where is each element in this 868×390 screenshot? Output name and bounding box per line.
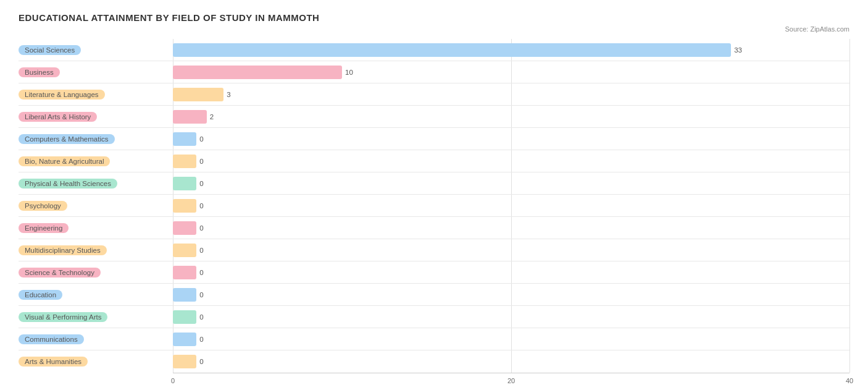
bar bbox=[173, 199, 196, 213]
bar-row: Science & Technology0 bbox=[19, 261, 849, 284]
bar-row: Physical & Health Sciences0 bbox=[19, 172, 849, 195]
bar-label: Visual & Performing Arts bbox=[19, 312, 173, 322]
bar-row: Business10 bbox=[19, 61, 849, 83]
bar-row: Multidisciplinary Studies0 bbox=[19, 239, 849, 261]
bar-row: Engineering0 bbox=[19, 217, 849, 239]
bar-container: 0 bbox=[173, 261, 849, 283]
bar bbox=[173, 155, 196, 168]
bar-label: Physical & Health Sciences bbox=[19, 179, 173, 189]
bar-label: Social Sciences bbox=[19, 45, 173, 55]
bar-value: 2 bbox=[210, 113, 214, 121]
bar-label: Science & Technology bbox=[19, 268, 173, 278]
label-pill: Social Sciences bbox=[19, 45, 81, 55]
label-pill: Bio, Nature & Agricultural bbox=[19, 156, 110, 166]
bar-label: Arts & Humanities bbox=[19, 357, 173, 367]
bar bbox=[173, 43, 731, 57]
bar-container: 0 bbox=[173, 128, 849, 150]
bar-label: Communications bbox=[19, 334, 173, 344]
bar bbox=[173, 110, 207, 124]
bar-row: Literature & Languages3 bbox=[19, 83, 849, 106]
bar bbox=[173, 266, 196, 279]
bar-container: 0 bbox=[173, 150, 849, 172]
label-pill: Literature & Languages bbox=[19, 90, 105, 100]
bar-value: 0 bbox=[199, 202, 203, 210]
bar-container: 0 bbox=[173, 350, 849, 373]
bar-label: Multidisciplinary Studies bbox=[19, 245, 173, 255]
bar-container: 33 bbox=[173, 39, 849, 61]
bar-container: 0 bbox=[173, 239, 849, 261]
label-pill: Science & Technology bbox=[19, 268, 101, 278]
bar-row: Arts & Humanities0 bbox=[19, 350, 849, 373]
label-pill: Computers & Mathematics bbox=[19, 134, 115, 144]
bar-label: Literature & Languages bbox=[19, 90, 173, 100]
bar-value: 0 bbox=[199, 358, 203, 365]
bar bbox=[173, 244, 196, 257]
bar-value: 0 bbox=[199, 336, 203, 343]
bar-label: Liberal Arts & History bbox=[19, 112, 173, 122]
bar-value: 0 bbox=[199, 158, 203, 165]
bar-value: 3 bbox=[227, 91, 230, 98]
label-pill: Business bbox=[19, 67, 60, 77]
bar-value: 0 bbox=[199, 247, 203, 254]
bar-container: 0 bbox=[173, 328, 849, 350]
chart-title: EDUCATIONAL ATTAINMENT BY FIELD OF STUDY… bbox=[19, 12, 849, 23]
bar bbox=[173, 310, 196, 324]
label-pill: Liberal Arts & History bbox=[19, 112, 97, 122]
label-pill: Arts & Humanities bbox=[19, 357, 88, 367]
bar-label: Engineering bbox=[19, 223, 173, 233]
bar-row: Social Sciences33 bbox=[19, 39, 849, 61]
bar-value: 0 bbox=[199, 291, 203, 299]
bar bbox=[173, 66, 342, 79]
x-tick-0: 0 bbox=[171, 377, 175, 384]
label-pill: Visual & Performing Arts bbox=[19, 312, 107, 322]
bar-container: 0 bbox=[173, 306, 849, 328]
bar-row: Education0 bbox=[19, 284, 849, 306]
label-pill: Communications bbox=[19, 334, 84, 344]
label-pill: Psychology bbox=[19, 201, 67, 211]
label-pill: Physical & Health Sciences bbox=[19, 179, 117, 189]
bar bbox=[173, 221, 196, 235]
bar bbox=[173, 88, 223, 101]
bar-container: 0 bbox=[173, 217, 849, 239]
x-axis: 02040 bbox=[173, 373, 849, 390]
bar-container: 3 bbox=[173, 83, 849, 105]
bar bbox=[173, 177, 196, 190]
label-pill: Multidisciplinary Studies bbox=[19, 245, 107, 255]
bar-row: Psychology0 bbox=[19, 195, 849, 217]
bar bbox=[173, 333, 196, 346]
bar-value: 0 bbox=[199, 224, 203, 232]
grid-line bbox=[849, 39, 850, 373]
bar-container: 0 bbox=[173, 172, 849, 194]
bar-value: 0 bbox=[199, 269, 203, 276]
bar-container: 0 bbox=[173, 195, 849, 216]
bar-row: Communications0 bbox=[19, 328, 849, 350]
bar-value: 10 bbox=[345, 69, 353, 76]
bar bbox=[173, 132, 196, 146]
x-tick-40: 40 bbox=[846, 377, 853, 384]
bar-value: 0 bbox=[199, 313, 203, 321]
bar-row: Computers & Mathematics0 bbox=[19, 128, 849, 150]
label-pill: Education bbox=[19, 290, 62, 300]
bar-container: 10 bbox=[173, 61, 849, 83]
source-label: Source: ZipAtlas.com bbox=[19, 25, 849, 33]
chart-area: Social Sciences33Business10Literature & … bbox=[19, 39, 849, 373]
bar-label: Computers & Mathematics bbox=[19, 134, 173, 144]
bar-value: 0 bbox=[199, 135, 203, 143]
bar-value: 33 bbox=[734, 46, 742, 54]
bar bbox=[173, 288, 196, 302]
bar-row: Visual & Performing Arts0 bbox=[19, 306, 849, 328]
bar-label: Psychology bbox=[19, 201, 173, 211]
bar-label: Bio, Nature & Agricultural bbox=[19, 156, 173, 166]
bar-row: Liberal Arts & History2 bbox=[19, 106, 849, 128]
bar bbox=[173, 355, 196, 368]
bar-container: 0 bbox=[173, 284, 849, 305]
bar-container: 2 bbox=[173, 106, 849, 127]
bar-label: Business bbox=[19, 67, 173, 77]
bar-row: Bio, Nature & Agricultural0 bbox=[19, 150, 849, 172]
label-pill: Engineering bbox=[19, 223, 69, 233]
bar-value: 0 bbox=[199, 180, 203, 187]
bar-label: Education bbox=[19, 290, 173, 300]
x-tick-20: 20 bbox=[507, 377, 515, 384]
